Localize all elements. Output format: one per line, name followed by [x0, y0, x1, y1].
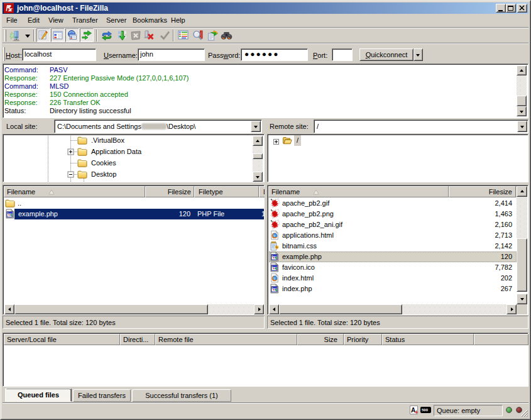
svg-text:Desktop: Desktop	[91, 170, 116, 178]
svg-text:Application Data: Application Data	[91, 148, 142, 155]
svg-text:Cookies: Cookies	[91, 159, 116, 167]
svg-text:.VirtualBox: .VirtualBox	[91, 136, 124, 144]
